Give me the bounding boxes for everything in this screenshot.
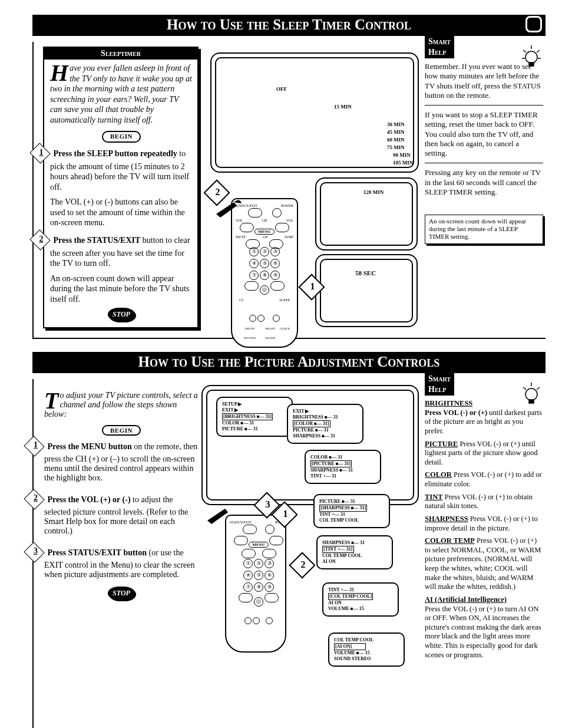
remote-keypad-2: ①②③ ④⑤⑥ ⑦⑧⑨ ⓪ bbox=[233, 557, 284, 627]
intro-text-2: To adjust your TV picture controls, sele… bbox=[44, 391, 199, 419]
smart-help-column-2: Smart Help BRIGHTNESS Press VOL (-) or (… bbox=[425, 379, 546, 728]
tv-label-15: 15 MIN bbox=[334, 104, 352, 110]
menu-row: EXIT ▶ bbox=[222, 407, 287, 413]
s2-step1-bold: Press the MENU button bbox=[48, 442, 132, 451]
menu-screen-1: SETUP ▶ EXIT ▶ [BRIGHTNESS ■— 31] COLOR … bbox=[216, 397, 293, 437]
menu-row: VOLUME ■— 15 bbox=[334, 650, 399, 656]
tv-label-90: 90 MIN bbox=[393, 152, 411, 158]
tv-screen-120: 120 MIN bbox=[315, 177, 418, 251]
begin-pill: BEGIN bbox=[102, 131, 141, 143]
section-sleep-timer: Sleeptimer Have you ever fallen asleep i… bbox=[32, 42, 546, 339]
menu-row: EXIT ▶ bbox=[293, 409, 358, 414]
p-ai: Press the VOL (-) or (+) to turn AI ON o… bbox=[425, 605, 543, 660]
step-2: 2 Press the STATUS/EXIT button to clear … bbox=[50, 234, 193, 269]
left-box: Sleeptimer Have you ever fallen asleep i… bbox=[43, 47, 199, 328]
menu-row-highlight: [BRIGHTNESS ■— 31] bbox=[222, 413, 273, 420]
step-number-icon: 1 bbox=[24, 436, 44, 456]
svg-line-10 bbox=[523, 387, 526, 390]
svg-rect-8 bbox=[529, 400, 534, 403]
intro-text: Have you ever fallen asleep in front of … bbox=[50, 63, 193, 125]
menu-row: TINT +— 31 bbox=[328, 587, 393, 593]
section-2-banner: How to Use the Picture Adjustment Contro… bbox=[32, 352, 546, 373]
s2-step2-bold: Press the VOL (+) or (-) bbox=[48, 495, 131, 504]
remote-control: STATUS/EXITPOWER VOLCHVOL MENU MUTECHSUR… bbox=[231, 198, 298, 348]
callout-diamond-2b: 2 bbox=[289, 552, 315, 578]
step1-p2: The VOL (+) or (-) buttons can also be u… bbox=[50, 197, 193, 228]
h-color: COLOR bbox=[425, 470, 452, 479]
menu-row: COLOR ■— 31 bbox=[310, 454, 375, 460]
remote-keypad: ①②③ ④⑤⑥ ⑦⑧⑨ ⓪ CCSLEEP SMART PICTURESMART… bbox=[239, 245, 290, 343]
svg-point-0 bbox=[525, 51, 537, 63]
h-coltemp: COLOR TEMP bbox=[425, 536, 475, 545]
pointing-hand-icon bbox=[213, 196, 243, 220]
step-1b: 1 Press the MENU button on the remote, t… bbox=[44, 440, 199, 483]
tv-label-58sec: 58 SEC bbox=[355, 269, 376, 276]
menu-row: SOUND STEREO bbox=[334, 656, 399, 662]
menu-row: COLOR ■— 31 bbox=[222, 420, 287, 426]
divider bbox=[425, 105, 543, 106]
tv-screen-countdown bbox=[315, 254, 418, 327]
step1-bold: Press the SLEEP button repeatedly bbox=[54, 149, 177, 158]
banner-title-2: How to Use the Picture Adjustment Contro… bbox=[138, 354, 440, 370]
menu-row: SHARPNESS ■— 31 bbox=[322, 540, 387, 546]
remote-label-smartsnd: SMART SOUND bbox=[260, 324, 280, 343]
step-number-icon: 2 bbox=[29, 229, 50, 250]
intro-body-2: o adjust your TV picture controls, selec… bbox=[44, 391, 198, 419]
step-3b: 3 Press STATUS/EXIT button (or use the E… bbox=[44, 546, 199, 579]
smart-help-column: Smart Help Remember. If you ever want to… bbox=[425, 42, 546, 331]
smart-p3: Pressing any key on the remote or TV in … bbox=[425, 168, 543, 197]
left-column: Sleeptimer Have you ever fallen asleep i… bbox=[34, 42, 199, 331]
stop-pill-2: STOP bbox=[108, 587, 135, 600]
tv-label-off: OFF bbox=[276, 86, 287, 92]
middle-illustration-2: SETUP ▶ EXIT ▶ [BRIGHTNESS ■— 31] COLOR … bbox=[199, 379, 425, 728]
tv-label-60: 60 MIN bbox=[387, 137, 405, 143]
step-number-icon: 1 bbox=[29, 143, 50, 163]
smart-label: Smart bbox=[428, 37, 451, 47]
h-tint: TINT bbox=[425, 493, 443, 501]
menu-row: TINT +— 31 bbox=[319, 512, 384, 518]
tv-label-120: 120 MIN bbox=[363, 189, 384, 195]
lightbulb-icon bbox=[520, 43, 543, 71]
menu-screen-4: PICTURE ■— 31 [SHARPNESS ■— 31] TINT +— … bbox=[313, 494, 390, 528]
menu-screen-3: COLOR ■— 31 [PICTURE ■— 31] SHARPNESS ■—… bbox=[305, 450, 381, 484]
tv-label-45: 45 MIN bbox=[387, 129, 405, 135]
left-subhead: Sleeptimer bbox=[44, 48, 197, 60]
svg-point-7 bbox=[525, 388, 537, 400]
menu-row: AI ON bbox=[322, 559, 387, 565]
help-label-2: Help bbox=[428, 384, 451, 395]
menu-row-highlight: [COL TEMP COOL] bbox=[328, 593, 373, 600]
step2-bold: Press the STATUS/EXIT bbox=[54, 236, 141, 245]
svg-line-11 bbox=[537, 387, 540, 390]
menu-row-highlight: [PICTURE ■— 31] bbox=[310, 460, 352, 467]
left-column-2: To adjust your TV picture controls, sele… bbox=[34, 379, 199, 728]
menu-screen-5: SHARPNESS ■— 31 [TINT +— 31] COL TEMP CO… bbox=[316, 535, 393, 569]
divider bbox=[425, 163, 543, 163]
step-2b: 2 Press the VOL (+) or (-) to adjust the… bbox=[44, 493, 199, 536]
h-picture: PICTURE bbox=[425, 440, 458, 448]
h-brightness: BRIGHTNESS bbox=[425, 399, 472, 407]
menu-screen-6: TINT +— 31 [COL TEMP COOL] AI ON VOLUME … bbox=[322, 582, 399, 617]
menu-row-highlight: [TINT +— 31] bbox=[322, 546, 354, 553]
menu-row: VOLUME ■— 15 bbox=[328, 606, 393, 612]
stop-pill: STOP bbox=[108, 308, 135, 321]
menu-row: COL TEMP COOL bbox=[334, 637, 399, 643]
begin-pill-2: BEGIN bbox=[102, 425, 141, 436]
svg-rect-1 bbox=[529, 62, 534, 66]
h-sharpness: SHARPNESS bbox=[425, 515, 468, 523]
remote-label-surf: SURF bbox=[285, 235, 293, 239]
h-ai: AI (Artificial Intelligence) bbox=[425, 595, 507, 604]
tv-label-75: 75 MIN bbox=[387, 144, 405, 150]
svg-line-3 bbox=[523, 50, 526, 52]
lightbulb-icon bbox=[520, 380, 543, 409]
dropcap-2: T bbox=[44, 392, 58, 410]
tv-screen-off: OFF bbox=[210, 52, 419, 173]
remote-label-clock: CLOCK bbox=[280, 324, 290, 343]
page-corner-icon bbox=[525, 16, 542, 32]
s2-step3-bold: Press STATUS/EXIT button bbox=[48, 548, 147, 557]
remote-label-cc: CC bbox=[239, 295, 244, 305]
smart-label-2: Smart bbox=[428, 374, 451, 384]
tv-label-105: 105 MIN bbox=[393, 160, 413, 166]
remote-menu-button: MENU bbox=[249, 542, 268, 548]
menu-row-highlight: [COLOR ■— 31] bbox=[293, 420, 330, 427]
menu-row: SHARPNESS ■— 31 bbox=[310, 467, 375, 473]
